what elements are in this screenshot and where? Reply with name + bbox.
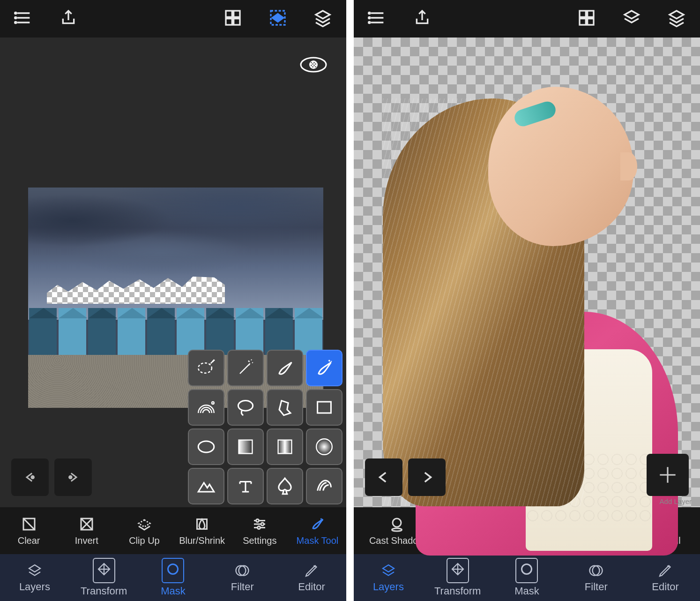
clear-label: Clear (18, 535, 40, 546)
tool-rectangle[interactable] (306, 389, 343, 426)
history-arrows (11, 458, 92, 496)
svg-point-32 (369, 12, 370, 14)
tool-ellipse[interactable] (188, 428, 224, 465)
tab-filter[interactable]: Filter (208, 554, 277, 601)
svg-point-14 (69, 476, 72, 479)
svg-rect-20 (239, 440, 253, 454)
mask-tool-grid (188, 350, 343, 504)
tool-lasso[interactable] (227, 389, 264, 426)
tool-mountain[interactable] (188, 468, 224, 504)
svg-point-28 (258, 526, 261, 529)
tool-gradient-mirror[interactable] (267, 428, 303, 465)
tab-transform[interactable]: Transform (69, 554, 139, 601)
svg-rect-3 (226, 11, 232, 17)
clear-button[interactable]: Clear (0, 507, 58, 554)
tool-magic-lasso[interactable] (188, 350, 224, 386)
visibility-icon[interactable] (299, 56, 328, 75)
svg-point-42 (522, 564, 532, 574)
svg-point-22 (316, 439, 332, 455)
tab-editor-label: Editor (298, 581, 325, 593)
share-icon[interactable] (59, 8, 78, 29)
tool-brush[interactable] (267, 350, 303, 386)
svg-rect-21 (278, 440, 292, 454)
undo-button[interactable] (11, 458, 49, 496)
tool-radial[interactable] (306, 428, 343, 465)
canvas-left[interactable] (0, 38, 346, 507)
svg-rect-25 (197, 519, 207, 529)
grid-icon[interactable] (223, 8, 242, 29)
svg-point-13 (31, 476, 34, 479)
svg-point-34 (369, 22, 370, 23)
tab-layers[interactable]: Layers (0, 554, 69, 601)
tab-editor[interactable]: Editor (631, 554, 700, 601)
svg-point-1 (15, 17, 16, 18)
svg-point-27 (261, 523, 264, 526)
topbar-right (354, 0, 700, 38)
topbar-left (0, 0, 346, 38)
redo-button[interactable] (54, 458, 92, 496)
redo-button[interactable] (408, 458, 446, 496)
tool-gradient-linear[interactable] (227, 428, 264, 465)
layers-stack-icon[interactable] (667, 8, 686, 29)
tab-filter-label: Filter (231, 581, 254, 593)
layers-stack-outline-icon[interactable] (622, 8, 641, 29)
canvas-right[interactable]: Add Layer (354, 38, 700, 507)
tabbar-right: Layers Transform Mask Filter Editor (354, 554, 700, 601)
tab-mask-label: Mask (161, 585, 186, 597)
list-icon[interactable] (14, 8, 33, 29)
svg-point-0 (15, 12, 16, 14)
list-icon[interactable] (368, 8, 387, 29)
tab-editor-label: Editor (652, 581, 678, 593)
tab-mask[interactable]: Mask (492, 554, 562, 601)
layer-select-icon[interactable] (268, 8, 287, 29)
svg-point-29 (168, 564, 178, 574)
svg-rect-37 (580, 19, 586, 25)
tab-filter[interactable]: Filter (561, 554, 631, 601)
tab-editor[interactable]: Editor (277, 554, 346, 601)
settings-label: Settings (243, 535, 276, 546)
svg-point-2 (15, 22, 16, 23)
svg-point-33 (369, 17, 370, 18)
mask-toolbar: Clear Invert Clip Up Blur/Shrink Setting… (0, 507, 346, 554)
invert-button[interactable]: Invert (58, 507, 115, 554)
grid-icon[interactable] (577, 8, 596, 29)
blurshrink-label: Blur/Shrink (179, 535, 225, 546)
tab-transform[interactable]: Transform (423, 554, 492, 601)
undo-button[interactable] (365, 458, 402, 496)
masktool-label: Mask Tool (297, 535, 339, 546)
svg-rect-10 (311, 62, 316, 68)
svg-point-26 (256, 519, 259, 522)
svg-rect-6 (234, 19, 240, 25)
tool-smart-brush[interactable] (306, 350, 343, 386)
tool-hair[interactable] (306, 468, 343, 504)
tab-mask[interactable]: Mask (139, 554, 208, 601)
blurshrink-button[interactable]: Blur/Shrink (173, 507, 231, 554)
svg-rect-35 (580, 11, 586, 17)
tool-spade[interactable] (267, 468, 303, 504)
svg-point-19 (198, 441, 214, 452)
history-arrows (365, 458, 446, 496)
svg-rect-4 (234, 11, 240, 17)
tabbar-left: Layers Transform Mask Filter Editor (0, 554, 346, 601)
share-icon[interactable] (413, 8, 432, 29)
tab-mask-label: Mask (514, 585, 539, 597)
tool-text[interactable] (227, 468, 264, 504)
clipup-button[interactable]: Clip Up (115, 507, 173, 554)
masktool-button[interactable]: Mask Tool (289, 507, 346, 554)
add-layer-button[interactable] (647, 454, 689, 496)
tab-layers[interactable]: Layers (354, 554, 423, 601)
settings-button[interactable]: Settings (231, 507, 289, 554)
tool-rainbow[interactable] (188, 389, 224, 426)
layers-stack-icon[interactable] (313, 8, 332, 29)
svg-point-16 (212, 402, 214, 404)
svg-rect-38 (588, 19, 594, 25)
tool-magic-wand[interactable] (227, 350, 264, 386)
clipup-label: Clip Up (129, 535, 160, 546)
svg-point-15 (198, 363, 212, 373)
tab-filter-label: Filter (585, 581, 608, 593)
tab-layers-label: Layers (373, 581, 404, 593)
phone-left: Clear Invert Clip Up Blur/Shrink Setting… (0, 0, 346, 601)
tool-freeform[interactable] (267, 389, 303, 426)
svg-rect-5 (226, 19, 232, 25)
svg-rect-36 (588, 11, 594, 17)
